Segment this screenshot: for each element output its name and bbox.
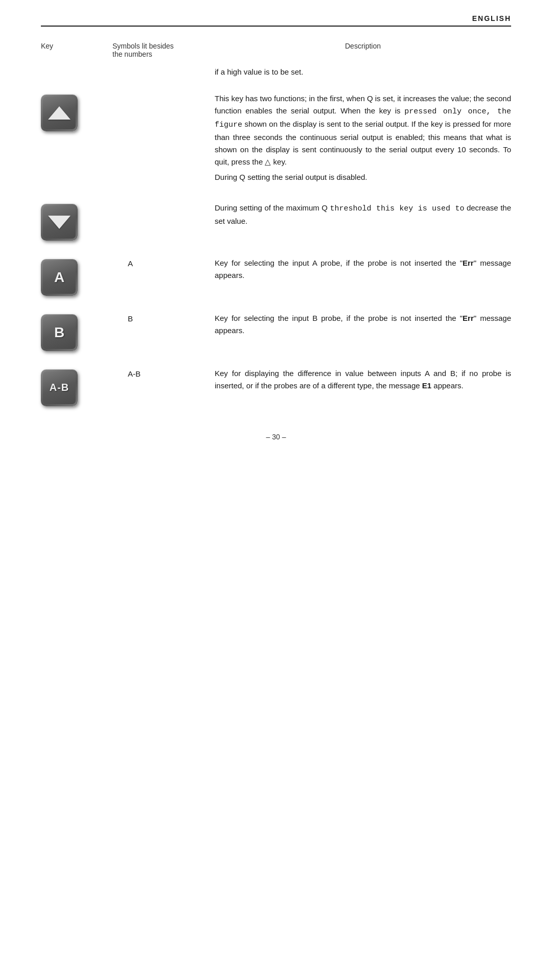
page-number: – 30 – — [266, 433, 286, 441]
row-b-key: B B Key for selecting the input B probe,… — [41, 312, 511, 351]
b-key-label: B — [54, 324, 64, 341]
key-col-b: B — [41, 312, 107, 351]
intro-key-col — [41, 66, 107, 78]
down-arrow-key[interactable] — [41, 204, 78, 241]
e1-label: E1 — [422, 381, 431, 390]
desc-a-key: Key for selecting the input A probe, if … — [215, 257, 511, 284]
intro-symbols-col — [107, 66, 215, 78]
desc-down-arrow: During setting of the maximum Q threshol… — [215, 202, 511, 229]
down-arrow-icon — [48, 216, 71, 229]
symbols-col-down — [107, 202, 215, 204]
row-ab-key: A-B A-B Key for displaying the differenc… — [41, 367, 511, 406]
intro-row: if a high value is to be set. — [41, 66, 511, 78]
monospace-text-1: pressed only once, the figure — [215, 107, 511, 129]
desc-up-arrow: This key has two functions; in the first… — [215, 92, 511, 185]
intro-description: if a high value is to be set. — [215, 66, 511, 78]
err-label-a: Err — [463, 259, 474, 267]
ab-key[interactable]: A-B — [41, 369, 78, 406]
a-key[interactable]: A — [41, 259, 78, 296]
row-a-key: A A Key for selecting the input A probe,… — [41, 257, 511, 296]
language-label: ENGLISH — [472, 14, 511, 22]
b-key[interactable]: B — [41, 314, 78, 351]
col-header-symbols: Symbols lit besidesthe numbers — [107, 42, 215, 58]
a-key-label: A — [54, 269, 64, 286]
key-col-a: A — [41, 257, 107, 296]
key-col-up — [41, 92, 107, 131]
desc-b-key: Key for selecting the input B probe, if … — [215, 312, 511, 339]
key-col-ab: A-B — [41, 367, 107, 406]
page-header: ENGLISH — [41, 0, 511, 27]
symbols-col-up — [107, 92, 215, 95]
symbols-col-b: B — [107, 312, 215, 323]
row-up-arrow: This key has two functions; in the first… — [41, 92, 511, 185]
column-headers: Key Symbols lit besidesthe numbers Descr… — [41, 42, 511, 61]
page-footer: – 30 – — [41, 423, 511, 456]
up-arrow-icon — [48, 106, 71, 120]
up-arrow-key[interactable] — [41, 95, 78, 131]
ab-key-label: A-B — [50, 382, 70, 393]
key-col-down — [41, 202, 107, 241]
row-down-arrow: During setting of the maximum Q threshol… — [41, 202, 511, 241]
col-header-description: Description — [215, 42, 511, 58]
monospace-text-2: threshold this key is used to — [330, 204, 465, 213]
symbols-col-a: A — [107, 257, 215, 268]
page-container: ENGLISH Key Symbols lit besidesthe numbe… — [0, 0, 552, 980]
symbols-col-ab: A-B — [107, 367, 215, 378]
col-header-key: Key — [41, 42, 107, 58]
err-label-b: Err — [463, 314, 474, 322]
desc-ab-key: Key for displaying the difference in val… — [215, 367, 511, 394]
